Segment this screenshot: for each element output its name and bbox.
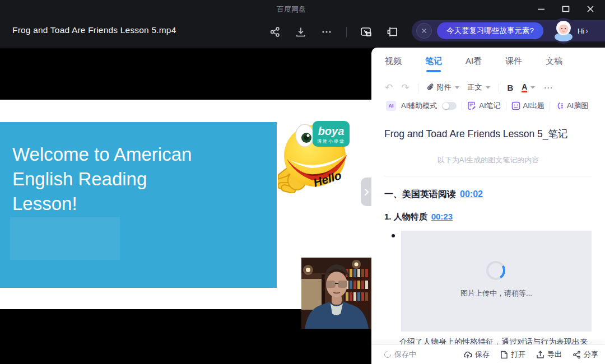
panel-collapse-handle[interactable] (361, 178, 372, 206)
minimize-button[interactable] (532, 2, 550, 16)
ai-note-label: AI笔记 (479, 101, 500, 111)
attachment-button[interactable]: 附件 (427, 82, 459, 92)
heading-2-text: 1. 人物特质 (384, 212, 427, 221)
paragraph-style-caret-icon (486, 86, 490, 89)
ai-toolbar: AI AI辅助模式 AI笔记 AI出题 (386, 101, 602, 111)
header-separator (346, 27, 347, 37)
attachment-caret-icon (455, 86, 459, 89)
timestamp-link-1[interactable]: 00:02 (460, 189, 483, 199)
slide-ghost-box (10, 217, 120, 260)
font-color-caret-icon (530, 86, 535, 89)
ai-generated-hint: 以下为AI生成的图文笔记的内容 (371, 155, 605, 165)
video-actions (269, 24, 398, 40)
paragraph-style-label: 正文 (468, 82, 482, 92)
maximize-button[interactable] (557, 2, 575, 16)
ai-mode-toggle[interactable] (442, 102, 457, 110)
bold-button[interactable]: B (508, 83, 514, 92)
teacher-webcam (301, 258, 371, 329)
saving-status: 保存中 (384, 349, 416, 360)
heading-1-text: 一、美国英语阅读 (384, 189, 456, 199)
cast-screen-icon[interactable] (386, 26, 398, 38)
ai-mindmap-icon (555, 101, 564, 110)
tab-notes[interactable]: 笔记 (425, 56, 442, 71)
note-heading-2: 1. 人物特质00:23 (384, 212, 453, 222)
ai-quiz-label: AI出题 (523, 101, 544, 111)
export-icon (536, 351, 544, 359)
timestamp-link-2[interactable]: 00:23 (431, 212, 453, 221)
app-title: 百度网盘 (246, 4, 336, 15)
share-nodes-icon (573, 351, 581, 359)
ai-toolbar-separator (550, 102, 550, 110)
content-divider (384, 176, 592, 176)
assistant-prompt-button[interactable]: 今天要复习哪些故事元素? (437, 22, 543, 39)
attachment-label: 附件 (437, 82, 452, 92)
ai-quiz-icon (511, 101, 520, 110)
share-label: 分享 (584, 349, 598, 360)
titlebar: 百度网盘 Frog and Toad Are Friends Lesson 5.… (0, 0, 605, 48)
editor-toolbar: ↶ ↷ 附件 正文 B A ⋯ (385, 79, 598, 96)
baidu-netdisk-window: 百度网盘 Frog and Toad Are Friends Lesson 5.… (0, 0, 605, 364)
video-filename: Frog and Toad Are Friends Lesson 5.mp4 (12, 25, 176, 35)
notes-panel: 视频 笔记 AI看 课件 文稿 ↶ ↷ 附件 正文 B (371, 48, 605, 364)
redo-icon[interactable]: ↷ (401, 82, 409, 94)
statusbar-actions: 保存 打开 导出 (463, 349, 598, 360)
upload-spinner-icon (485, 259, 507, 282)
download-icon[interactable] (295, 26, 307, 38)
note-title[interactable]: Frog and Toad Are Friends Lesson 5_笔记 (384, 127, 568, 141)
close-button[interactable] (581, 2, 599, 16)
ai-mode-label: AI辅助模式 (401, 101, 437, 111)
share-icon[interactable] (269, 26, 281, 38)
toolbar-separator (418, 83, 418, 92)
file-icon (500, 351, 508, 359)
tab-transcript[interactable]: 文稿 (546, 56, 562, 71)
toolbar-separator (499, 83, 499, 92)
note-paragraph-clipped[interactable]: 介绍了人物身上的性格特征，通过对话与行为表现出来 (399, 336, 588, 344)
list-bullet (392, 234, 395, 237)
font-color-button[interactable]: A (522, 83, 535, 92)
font-color-label: A (522, 83, 527, 92)
more-options-icon[interactable] (320, 26, 333, 38)
paperclip-icon (427, 83, 435, 91)
ai-mindmap-label: AI脑图 (567, 101, 588, 111)
saving-spinner-icon (383, 350, 393, 360)
ai-assistant-bar: 今天要复习哪些故事元素? Hi › (412, 20, 605, 41)
cloud-save-icon (463, 351, 472, 359)
smiley-mascot: boya 博雅小學堂 Hello (278, 116, 356, 193)
ai-mindmap-button[interactable]: AI脑图 (555, 101, 588, 111)
assistant-chevron-icon[interactable]: › (585, 26, 588, 35)
window-controls (532, 2, 599, 16)
boya-logo-text: boya (318, 125, 345, 137)
assistant-close-icon[interactable] (416, 23, 432, 39)
panel-statusbar: 保存中 保存 打开 (371, 344, 605, 364)
open-button[interactable]: 打开 (500, 349, 525, 360)
ai-toolbar-separator (462, 102, 462, 110)
panel-tabs: 视频 笔记 AI看 课件 文稿 (385, 56, 562, 71)
assistant-avatar[interactable] (551, 18, 576, 44)
tab-courseware[interactable]: 课件 (505, 56, 522, 71)
save-button[interactable]: 保存 (463, 349, 490, 360)
export-label: 导出 (547, 349, 562, 360)
boya-logo: boya 博雅小學堂 (313, 121, 350, 147)
tab-ai-watch[interactable]: AI看 (466, 56, 482, 71)
export-button[interactable]: 导出 (536, 349, 562, 360)
tab-video[interactable]: 视频 (385, 56, 402, 71)
image-upload-placeholder: 图片上传中，请稍等... (401, 231, 592, 332)
ai-note-button[interactable]: AI笔记 (467, 101, 500, 111)
toolbar-more-icon[interactable]: ⋯ (543, 82, 553, 93)
boya-logo-subtitle: 博雅小學堂 (317, 139, 345, 144)
paragraph-style-select[interactable]: 正文 (468, 82, 490, 92)
saving-label: 保存中 (394, 349, 416, 360)
undo-icon[interactable]: ↶ (385, 82, 393, 94)
presentation-slide: Welcome to American English Reading Less… (0, 122, 277, 288)
open-label: 打开 (511, 349, 525, 360)
share-note-button[interactable]: 分享 (573, 349, 598, 360)
picture-in-picture-icon[interactable] (360, 26, 373, 38)
ai-mode-icon: AI (386, 101, 396, 111)
ai-quiz-button[interactable]: AI出题 (511, 101, 544, 111)
save-label: 保存 (475, 349, 490, 360)
upload-status-text: 图片上传中，请稍等... (401, 288, 592, 298)
ai-note-icon (467, 101, 476, 110)
slide-title: Welcome to American English Reading Less… (12, 142, 192, 216)
assistant-greeting[interactable]: Hi (578, 27, 584, 35)
ai-toolbar-separator (506, 102, 506, 110)
